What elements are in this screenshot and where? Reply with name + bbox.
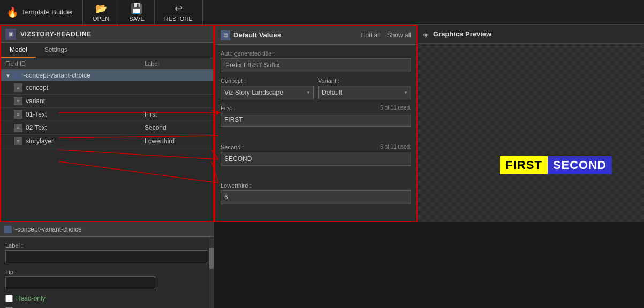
field-02text-id: 02-Text	[26, 124, 145, 132]
field-01text-icon: ≡	[14, 110, 22, 119]
dv-icon: ▤	[221, 30, 230, 40]
lowerthird-input[interactable]	[221, 190, 411, 204]
field-item-storylayer[interactable]: ≡ storylayer Lowerthird	[1, 135, 213, 148]
graphics-preview-panel: ◈ Graphics Preview FIRST SECOND	[418, 25, 644, 222]
lowerthird-field: Lowerthird :	[221, 182, 411, 216]
concept-select-wrapper: Viz Story Landscape	[221, 86, 314, 99]
bottom-form: Label : Tip : Read-only Hidden	[0, 237, 214, 308]
field-variant-icon: ≡	[14, 97, 22, 105]
scrollbar-track[interactable]	[209, 237, 214, 308]
variant-select-wrapper: Default	[318, 86, 411, 99]
dv-header-right: Edit all Show all	[361, 32, 411, 39]
preview-text-container: FIRST SECOND	[500, 156, 612, 174]
field-group-header[interactable]: ▼ -concept-variant-choice	[1, 70, 213, 81]
bottom-area: -concept-variant-choice Label : Tip : Re…	[0, 222, 644, 308]
tab-model[interactable]: Model	[1, 43, 36, 58]
field-02text-label: Second	[145, 124, 209, 132]
field-storylayer-id: storylayer	[26, 137, 145, 145]
auto-title-section: Auto generated title : Prefix FIRST Suff…	[221, 50, 411, 72]
auto-title-value: Prefix FIRST Suffix	[221, 58, 411, 72]
first-field: First : 5 of 11 used.	[221, 105, 411, 138]
default-values-panel: ▤ Default Values Edit all Show all Auto …	[214, 25, 418, 222]
field-item-02text[interactable]: ≡ 02-Text Second	[1, 121, 213, 135]
edit-all-button[interactable]: Edit all	[361, 32, 381, 39]
bottom-left-panel: -concept-variant-choice Label : Tip : Re…	[0, 222, 214, 308]
label-field-group: Label :	[5, 242, 208, 263]
field-concept-id: concept	[26, 84, 145, 91]
dv-body: Auto generated title : Prefix FIRST Suff…	[215, 45, 416, 221]
show-all-button[interactable]: Show all	[387, 32, 411, 39]
concept-select[interactable]: Viz Story Landscape	[221, 86, 314, 99]
open-label: OPEN	[93, 16, 109, 22]
variant-label: Variant :	[318, 78, 411, 84]
scrollbar-thumb[interactable]	[209, 248, 214, 269]
dv-header: ▤ Default Values Edit all Show all	[215, 26, 416, 45]
open-button[interactable]: 📂 OPEN	[83, 0, 119, 24]
lowerthird-label: Lowerthird :	[221, 182, 411, 189]
save-button[interactable]: 💾 SAVE	[119, 0, 155, 24]
variant-field: Variant : Default	[318, 78, 411, 99]
dv-title: Default Values	[233, 31, 281, 39]
bottom-section-title: -concept-variant-choice	[15, 226, 82, 233]
left-panel-top: ▣ VIZSTORY-HEADLINE Model Settings Field…	[0, 25, 214, 222]
dv-header-left: ▤ Default Values	[221, 30, 281, 40]
label-field-label: Label :	[5, 242, 208, 249]
field-01text-label: First	[145, 111, 209, 118]
restore-icon: ↩	[175, 3, 183, 14]
save-label: SAVE	[129, 16, 145, 22]
restore-button[interactable]: ↩ RESTORE	[155, 0, 203, 24]
auto-title-label: Auto generated title :	[221, 50, 411, 57]
label-input[interactable]	[5, 250, 208, 263]
field-item-01text[interactable]: ≡ 01-Text First	[1, 108, 213, 121]
tip-field-label: Tip :	[5, 268, 208, 275]
second-label-row: Second : 6 of 11 used.	[221, 144, 411, 150]
gp-header: ◈ Graphics Preview	[418, 25, 644, 44]
top-area: ▣ VIZSTORY-HEADLINE Model Settings Field…	[0, 25, 644, 222]
toolbar: 🔥 Template Builder 📂 OPEN 💾 SAVE ↩ RESTO…	[0, 0, 644, 25]
preview-second-text: SECOND	[548, 156, 612, 174]
first-label-row: First : 5 of 11 used.	[221, 105, 411, 111]
second-field: Second : 6 of 11 used.	[221, 144, 411, 178]
tabs-row: Model Settings	[1, 43, 213, 58]
gp-canvas: FIRST SECOND	[418, 44, 644, 222]
group-icon	[13, 72, 20, 79]
open-icon: 📂	[95, 3, 107, 14]
field-item-concept[interactable]: ≡ concept	[1, 81, 213, 95]
toolbar-actions: 📂 OPEN 💾 SAVE ↩ RESTORE	[83, 0, 203, 24]
field-01text-id: 01-Text	[26, 111, 145, 118]
readonly-label: Read-only	[16, 295, 46, 302]
variant-select[interactable]: Default	[318, 86, 411, 99]
field-storylayer-label: Lowerthird	[145, 137, 209, 145]
concept-label: Concept :	[221, 78, 314, 84]
restore-label: RESTORE	[164, 16, 193, 22]
field-concept-icon: ≡	[14, 83, 22, 92]
save-icon: 💾	[131, 3, 142, 14]
first-input[interactable]	[221, 113, 411, 127]
bottom-section-header: -concept-variant-choice	[0, 222, 214, 237]
panel-header-icon: ▣	[5, 29, 16, 40]
second-input[interactable]	[221, 152, 411, 166]
second-usage: 6 of 11 used.	[380, 144, 411, 150]
tip-input[interactable]	[5, 276, 155, 289]
gp-icon: ◈	[423, 30, 429, 38]
field-table-header: Field ID Label	[1, 58, 213, 70]
col-label: Label	[145, 60, 209, 67]
col-field-id: Field ID	[5, 60, 145, 67]
readonly-checkbox[interactable]	[5, 295, 13, 302]
tip-field-group: Tip :	[5, 268, 208, 289]
panel-header-title: VIZSTORY-HEADLINE	[20, 30, 92, 38]
preview-first-text: FIRST	[500, 156, 548, 174]
group-name: -concept-variant-choice	[24, 72, 90, 79]
brand-title: Template Builder	[21, 8, 73, 16]
concept-variant-row: Concept : Viz Story Landscape Variant : …	[221, 78, 411, 99]
first-label: First :	[221, 105, 236, 111]
field-item-variant[interactable]: ≡ variant	[1, 95, 213, 108]
concept-field: Concept : Viz Story Landscape	[221, 78, 314, 99]
brand-area: 🔥 Template Builder	[0, 0, 83, 24]
flame-icon: 🔥	[6, 6, 18, 18]
field-list: ▼ -concept-variant-choice ≡ concept ≡ va…	[1, 70, 213, 148]
second-label: Second :	[221, 144, 244, 150]
tab-settings[interactable]: Settings	[36, 43, 76, 58]
field-storylayer-icon: ≡	[14, 137, 22, 145]
bottom-right-area	[214, 222, 644, 308]
